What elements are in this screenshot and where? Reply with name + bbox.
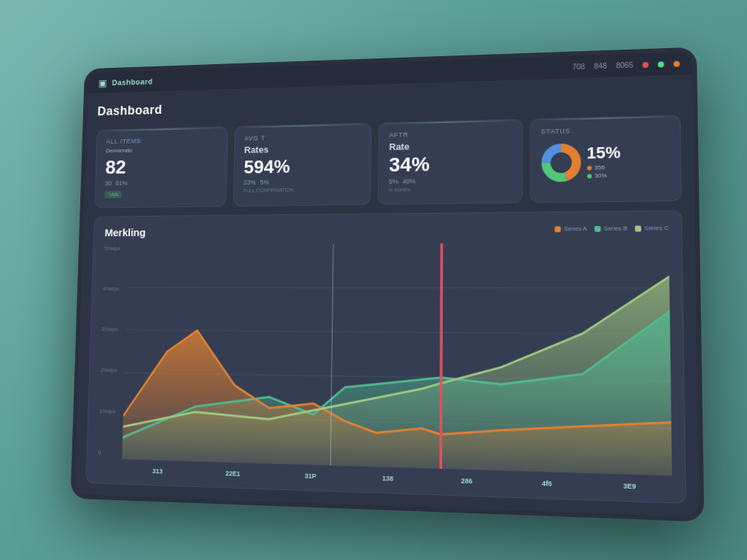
- topbar-item-2: 848: [594, 62, 607, 71]
- legend-item-a: Series A: [555, 225, 587, 233]
- legend-label-a: Series A: [564, 225, 587, 232]
- y-label-3: 3%dps: [101, 326, 118, 332]
- kpi-value-2: 594%: [244, 156, 360, 176]
- legend-item-c: Series C: [635, 225, 669, 232]
- chart-title: Merkling: [104, 226, 146, 238]
- chart-inner: [122, 242, 672, 476]
- kpi-label-4: Status: [541, 128, 570, 136]
- kpi-sec-1b: 61%: [115, 179, 128, 187]
- legend-item-b: Series B: [595, 225, 627, 233]
- kpi-card-rate: Aftr Rate 34% 5% 40% in months: [378, 119, 522, 205]
- x-label-3: 138: [382, 475, 393, 483]
- chart-header: Merkling Series A Series B Series C: [104, 222, 668, 238]
- pie-val-2: 30%: [595, 172, 607, 179]
- app-logo: Dashboard: [112, 77, 152, 86]
- kpi-sec-3a: 5%: [389, 178, 398, 185]
- kpi-sec-2a: 23%: [244, 179, 256, 186]
- kpi-value-4: 15%: [587, 144, 621, 161]
- top-bar-left: ▣ Dashboard: [98, 76, 153, 88]
- kpi-cards-row: All Items Democratic 82 30 61% 7Atk Avg …: [94, 115, 681, 209]
- y-label-2: 2%dps: [101, 367, 117, 373]
- y-label-4: 4%dps: [103, 286, 120, 292]
- x-label-0: 313: [152, 467, 163, 475]
- kpi-label-2: Avg T: [244, 132, 360, 141]
- legend-label-c: Series C: [644, 225, 668, 232]
- kpi-card-rates: Avg T Rates 594% 23% 5% FULL CONFIRMATIO…: [233, 122, 371, 206]
- kpi-value-1: 82: [105, 156, 217, 177]
- svg-line-4: [127, 287, 670, 288]
- kpi-sublabel-1: Democratic: [106, 145, 217, 154]
- pie-val-1: 356: [595, 164, 605, 171]
- legend-dot-c: [635, 225, 642, 231]
- tablet-screen: ▣ Dashboard 708 848 8065 Dashboard: [74, 52, 700, 517]
- kpi-badge-1: 7Atk: [104, 190, 122, 198]
- area-chart-svg: [122, 242, 672, 476]
- x-label-5: 4f6: [542, 480, 552, 488]
- y-axis-labels: 5%dps 4%dps 3%dps 2%dps 1%dps 0: [98, 245, 120, 459]
- kpi-note-3: in months: [389, 185, 511, 192]
- y-label-1: 1%dps: [99, 408, 116, 414]
- kpi-value-3: 34%: [389, 152, 511, 175]
- dashboard-header: Dashboard: [97, 88, 680, 119]
- pie-legend-item-2: 30%: [587, 172, 621, 179]
- status-dot-orange: [673, 61, 680, 66]
- pie-legend: 356 30%: [587, 164, 621, 179]
- y-label-0: 0: [98, 449, 115, 456]
- legend-dot-a: [555, 226, 561, 232]
- x-label-1: 22E1: [225, 470, 240, 478]
- kpi-label-main-3: Rate: [389, 139, 511, 152]
- svg-point-3: [553, 155, 568, 171]
- y-label-5: 5%dps: [104, 245, 120, 252]
- kpi-label-3: Aftr: [390, 128, 511, 139]
- kpi-card-democratic: All Items Democratic 82 30 61% 7Atk: [94, 126, 228, 208]
- kpi-sec-1a: 30: [105, 180, 112, 187]
- top-bar-right: 708 848 8065: [572, 60, 679, 71]
- x-label-6: 3E9: [623, 482, 636, 490]
- kpi-sec-2b: 5%: [260, 179, 270, 186]
- chart-legend: Series A Series B Series C: [555, 225, 669, 232]
- legend-dot-green: [587, 174, 591, 178]
- pie-chart: [541, 143, 581, 182]
- status-dot-green: [658, 61, 665, 67]
- x-label-4: 286: [461, 477, 473, 485]
- legend-dot-orange: [587, 166, 591, 170]
- page-title: Dashboard: [97, 103, 162, 119]
- tablet-device: ▣ Dashboard 708 848 8065 Dashboard: [70, 47, 704, 522]
- kpi-note-2: FULL CONFIRMATION: [244, 187, 360, 193]
- kpi-sec-3b: 40%: [403, 178, 416, 185]
- topbar-item-1: 708: [572, 63, 584, 71]
- topbar-item-3: 8065: [616, 61, 633, 70]
- kpi-label-main-2: Rates: [244, 142, 361, 155]
- dashboard-icon: ▣: [98, 77, 107, 88]
- kpi-card-pie: Status: [530, 115, 681, 203]
- status-dot-red: [643, 61, 649, 67]
- pie-legend-item-1: 356: [587, 164, 621, 171]
- chart-section: Merkling Series A Series B Series C: [85, 210, 686, 504]
- x-label-2: 31P: [305, 472, 317, 481]
- kpi-label-1: All Items: [107, 136, 217, 145]
- legend-label-b: Series B: [604, 225, 627, 233]
- chart-area: 5%dps 4%dps 3%dps 2%dps 1%dps 0: [97, 242, 672, 491]
- pie-stats: 15% 356 30%: [587, 144, 621, 179]
- legend-dot-b: [595, 225, 601, 231]
- dashboard-main: Dashboard All Items Democratic 82 30 61%…: [74, 75, 700, 517]
